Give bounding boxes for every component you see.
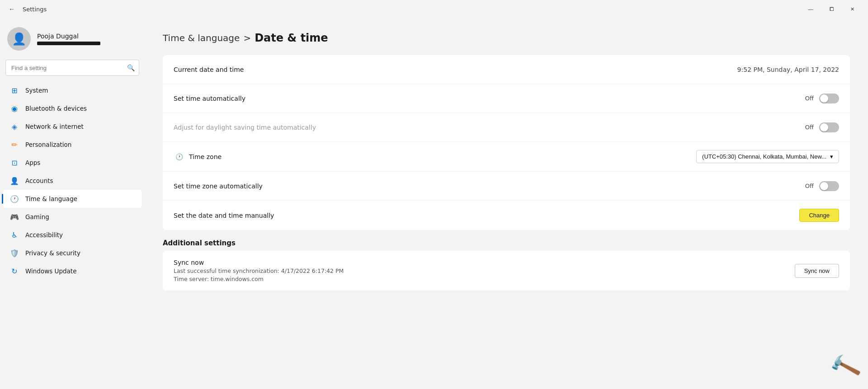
network-icon: ◈ (10, 122, 19, 131)
bluetooth-icon: ◉ (10, 104, 19, 113)
breadcrumb: Time & language > Date & time (163, 32, 850, 44)
search-box: 🔍 (5, 60, 139, 76)
settings-row-time-zone: 🕐Time zone(UTC+05:30) Chennai, Kolkata, … (163, 142, 850, 172)
settings-row-current-date-time: Current date and time9:52 PM, Sunday, Ap… (163, 55, 850, 84)
breadcrumb-parent[interactable]: Time & language (163, 33, 240, 43)
sidebar-item-label-personalization: Personalization (25, 141, 71, 148)
sidebar-item-label-apps: Apps (25, 159, 40, 166)
toggle-thumb-set-time-auto (820, 94, 828, 103)
timezone-dropdown[interactable]: (UTC+05:30) Chennai, Kolkata, Mumbai, Ne… (696, 150, 839, 163)
settings-row-daylight-saving: Adjust for daylight saving time automati… (163, 113, 850, 142)
settings-label-current-date-time: Current date and time (174, 66, 244, 73)
apps-icon: ⊡ (10, 158, 19, 167)
privacy-icon: 🛡️ (10, 248, 19, 258)
current-datetime-value: 9:52 PM, Sunday, April 17, 2022 (737, 66, 839, 73)
toggle-set-timezone-auto[interactable] (819, 181, 839, 191)
settings-label-set-time-auto: Set time automatically (174, 95, 245, 102)
avatar-icon: 👤 (12, 32, 26, 46)
timezone-icon: 🕐 (174, 151, 184, 162)
sidebar-item-network[interactable]: ◈Network & internet (3, 117, 142, 136)
title-bar: ← Settings — ⧠ ✕ (0, 0, 868, 18)
title-bar-title: Settings (23, 6, 47, 13)
gaming-icon: 🎮 (10, 212, 19, 221)
sidebar-item-label-gaming: Gaming (25, 213, 49, 220)
settings-row-set-time-auto: Set time automaticallyOff (163, 84, 850, 113)
accessibility-icon: ♿ (10, 230, 19, 239)
sidebar-item-label-time: Time & language (25, 195, 77, 202)
sidebar-item-label-update: Windows Update (25, 267, 76, 275)
user-info: Pooja Duggal (37, 33, 100, 45)
settings-label-set-timezone-auto: Set time zone automatically (174, 183, 263, 190)
toggle-thumb-set-timezone-auto (820, 182, 828, 190)
sidebar-item-label-bluetooth: Bluetooth & devices (25, 105, 87, 112)
settings-right-daylight-saving: Off (805, 122, 839, 132)
change-datetime-button[interactable]: Change (799, 209, 839, 222)
breadcrumb-current: Date & time (255, 32, 328, 44)
sidebar-item-label-privacy: Privacy & security (25, 249, 80, 257)
sidebar-item-time[interactable]: 🕐Time & language (3, 190, 142, 208)
toggle-thumb-daylight-saving (820, 123, 828, 131)
settings-label-daylight-saving: Adjust for daylight saving time automati… (174, 124, 316, 131)
app-body: 👤 Pooja Duggal 🔍 ⊞System◉Bluetooth & dev… (0, 18, 868, 389)
settings-right-set-manual: Change (799, 209, 839, 222)
settings-right-current-date-time: 9:52 PM, Sunday, April 17, 2022 (737, 66, 839, 73)
search-input[interactable] (5, 60, 139, 76)
toggle-label-daylight-saving: Off (805, 124, 814, 131)
sync-now-button[interactable]: Sync now (795, 264, 839, 278)
sidebar-item-update[interactable]: ↻Windows Update (3, 262, 142, 280)
sidebar-item-bluetooth[interactable]: ◉Bluetooth & devices (3, 99, 142, 117)
user-name: Pooja Duggal (37, 33, 100, 40)
sidebar-item-apps[interactable]: ⊡Apps (3, 154, 142, 172)
user-bar (37, 42, 100, 45)
nav-list: ⊞System◉Bluetooth & devices◈Network & in… (0, 81, 145, 280)
sidebar-item-accounts[interactable]: 👤Accounts (3, 172, 142, 190)
settings-card-main: Current date and time9:52 PM, Sunday, Ap… (163, 55, 850, 230)
time-icon: 🕐 (10, 194, 19, 203)
sidebar-item-label-accounts: Accounts (25, 177, 53, 184)
back-button[interactable]: ← (5, 3, 18, 15)
settings-right-time-zone: (UTC+05:30) Chennai, Kolkata, Mumbai, Ne… (696, 150, 839, 163)
close-button[interactable]: ✕ (842, 2, 863, 16)
sidebar-item-personalization[interactable]: ✏️Personalization (3, 136, 142, 154)
toggle-label-set-timezone-auto: Off (805, 183, 814, 189)
minimize-button[interactable]: — (800, 2, 821, 16)
settings-right-set-time-auto: Off (805, 94, 839, 103)
settings-label-time-zone: 🕐Time zone (174, 151, 222, 162)
sync-line2: Time server: time.windows.com (174, 276, 344, 282)
additional-settings-header: Additional settings (163, 239, 850, 247)
maximize-button[interactable]: ⧠ (821, 2, 842, 16)
toggle-daylight-saving[interactable] (819, 122, 839, 132)
sidebar-item-accessibility[interactable]: ♿Accessibility (3, 226, 142, 244)
chevron-down-icon: ▾ (830, 153, 833, 160)
personalization-icon: ✏️ (10, 140, 19, 149)
main-content: Time & language > Date & time Current da… (145, 18, 868, 389)
sidebar-item-label-system: System (25, 87, 48, 94)
sync-line1: Last successful time synchronization: 4/… (174, 267, 344, 274)
sidebar-item-label-accessibility: Accessibility (25, 231, 63, 239)
update-icon: ↻ (10, 267, 19, 276)
sync-info: Sync now Last successful time synchroniz… (174, 259, 344, 282)
breadcrumb-separator: > (243, 33, 251, 43)
user-section: 👤 Pooja Duggal (0, 18, 145, 58)
settings-right-set-timezone-auto: Off (805, 181, 839, 191)
title-bar-controls: — ⧠ ✕ (800, 2, 863, 16)
avatar: 👤 (7, 27, 31, 51)
sidebar-item-gaming[interactable]: 🎮Gaming (3, 208, 142, 226)
sidebar: 👤 Pooja Duggal 🔍 ⊞System◉Bluetooth & dev… (0, 18, 145, 389)
sidebar-item-label-network: Network & internet (25, 123, 84, 130)
toggle-label-set-time-auto: Off (805, 95, 814, 102)
settings-label-set-manual: Set the date and time manually (174, 212, 274, 219)
system-icon: ⊞ (10, 86, 19, 95)
settings-row-set-manual: Set the date and time manuallyChange (163, 201, 850, 230)
settings-row-set-timezone-auto: Set time zone automaticallyOff (163, 172, 850, 201)
sidebar-item-system[interactable]: ⊞System (3, 81, 142, 99)
sync-title: Sync now (174, 259, 344, 266)
sync-card: Sync now Last successful time synchroniz… (163, 251, 850, 291)
sidebar-item-privacy[interactable]: 🛡️Privacy & security (3, 244, 142, 262)
title-bar-left: ← Settings (5, 3, 800, 15)
accounts-icon: 👤 (10, 176, 19, 185)
toggle-set-time-auto[interactable] (819, 94, 839, 103)
